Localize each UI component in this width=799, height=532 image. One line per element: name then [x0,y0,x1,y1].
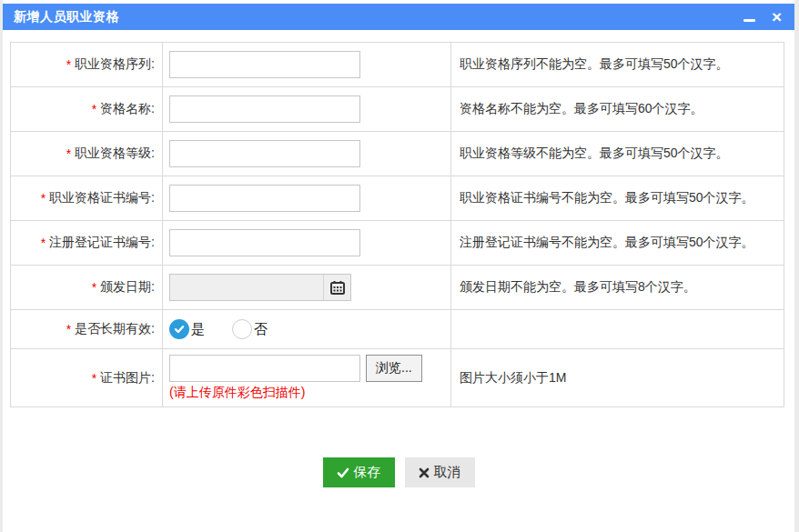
form-row-qualification-level: * 职业资格等级: 职业资格等级不能为空。最多可填写50个汉字。 [11,132,784,176]
required-asterisk: * [66,57,71,72]
field-cell [163,132,451,176]
field-label: * 注册登记证书编号: [11,221,163,265]
field-hint: 职业资格证书编号不能为空。最多可填写50个汉字。 [451,176,784,220]
field-hint: 职业资格序列不能为空。最多可填写50个汉字。 [451,43,784,86]
field-cell [163,221,451,265]
calendar-button[interactable] [323,275,350,300]
field-label: * 是否长期有效: [11,310,163,348]
field-label: * 资格名称: [11,87,163,131]
required-asterisk: * [41,191,46,206]
window-controls: × [743,10,782,25]
field-label-text: 职业资格序列: [75,56,155,73]
long-term-valid-radio-group: 是 否 [169,319,268,339]
field-hint: 颁发日期不能为空。最多可填写8个汉字。 [451,266,784,309]
dialog-title: 新增人员职业资格 [14,9,119,25]
file-upload-widget: 浏览... (请上传原件彩色扫描件) [169,349,422,407]
field-hint: 注册登记证书编号不能为空。最多可填写50个汉字。 [451,221,784,265]
cancel-button-label: 取消 [434,464,461,481]
radio-no[interactable]: 否 [232,319,268,339]
field-label: * 职业资格证书编号: [11,176,163,220]
form-row-long-term-valid: * 是否长期有效: 是 否 [11,310,784,349]
dialog-window: 新增人员职业资格 × * 职业资格序列: 职业资格序列不能为空。最多可填写50个… [3,0,794,532]
required-asterisk: * [66,322,71,336]
calendar-icon [330,280,345,295]
upload-note: (请上传原件彩色扫描件) [169,385,422,401]
required-asterisk: * [92,102,96,116]
required-asterisk: * [92,371,96,386]
qualification-level-input[interactable] [169,140,360,167]
qualification-series-input[interactable] [169,51,360,78]
save-button-label: 保存 [354,464,381,481]
issue-date-widget [169,274,351,301]
qualification-name-input[interactable] [169,95,360,123]
field-hint: 资格名称不能为空。最多可填写60个汉字。 [451,87,784,131]
field-cell [163,43,451,86]
form-row-qualification-cert-no: * 职业资格证书编号: 职业资格证书编号不能为空。最多可填写50个汉字。 [11,176,784,221]
radio-unchecked-icon [232,319,252,339]
issue-date-input[interactable] [170,275,323,300]
field-label: * 职业资格等级: [11,132,163,176]
check-icon [174,324,185,335]
dialog-titlebar: 新增人员职业资格 × [3,4,794,30]
check-icon [337,467,349,479]
field-label-text: 职业资格等级: [75,146,155,162]
form-row-qualification-series: * 职业资格序列: 职业资格序列不能为空。最多可填写50个汉字。 [11,43,784,87]
field-hint: 职业资格等级不能为空。最多可填写50个汉字。 [451,132,784,176]
field-cell: 浏览... (请上传原件彩色扫描件) [163,349,451,407]
form-row-certificate-image: * 证书图片: 浏览... (请上传原件彩色扫描件) 图片大小须小于1M [11,349,784,407]
radio-yes[interactable]: 是 [169,319,205,339]
field-label-text: 资格名称: [100,101,155,117]
form-table: * 职业资格序列: 职业资格序列不能为空。最多可填写50个汉字。 * 资格名称:… [10,42,784,407]
field-cell: 是 否 [163,310,451,348]
radio-yes-label: 是 [191,321,205,338]
required-asterisk: * [66,146,71,161]
field-hint [451,310,784,348]
save-button[interactable]: 保存 [323,457,395,487]
radio-checked-icon [169,319,189,339]
field-label-text: 颁发日期: [100,279,155,296]
field-label: * 颁发日期: [11,266,163,309]
form-row-registration-cert-no: * 注册登记证书编号: 注册登记证书编号不能为空。最多可填写50个汉字。 [11,221,784,266]
field-label: * 职业资格序列: [11,43,163,86]
certificate-image-input[interactable] [169,355,360,382]
required-asterisk: * [41,236,46,250]
minimize-icon [743,19,755,22]
browse-button[interactable]: 浏览... [366,355,422,382]
form-row-issue-date: * 颁发日期: [11,266,784,310]
radio-no-label: 否 [254,321,268,338]
footer-buttons: 保存 取消 [3,457,794,487]
field-cell [163,176,451,220]
qualification-cert-no-input[interactable] [169,185,360,212]
field-label-text: 是否长期有效: [75,321,155,337]
form-row-qualification-name: * 资格名称: 资格名称不能为空。最多可填写60个汉字。 [11,87,784,132]
x-icon [419,467,430,478]
registration-cert-no-input[interactable] [169,229,360,256]
field-cell [163,87,451,131]
file-input-line: 浏览... [169,355,422,382]
cancel-button[interactable]: 取消 [405,457,475,487]
field-label-text: 注册登记证书编号: [49,235,155,251]
field-cell [163,266,451,309]
close-button[interactable]: × [772,10,782,25]
minimize-button[interactable] [743,10,757,25]
field-label-text: 证书图片: [100,370,155,386]
field-hint: 图片大小须小于1M [451,349,784,407]
required-asterisk: * [92,280,96,295]
field-label: * 证书图片: [11,349,163,407]
field-label-text: 职业资格证书编号: [49,190,155,206]
